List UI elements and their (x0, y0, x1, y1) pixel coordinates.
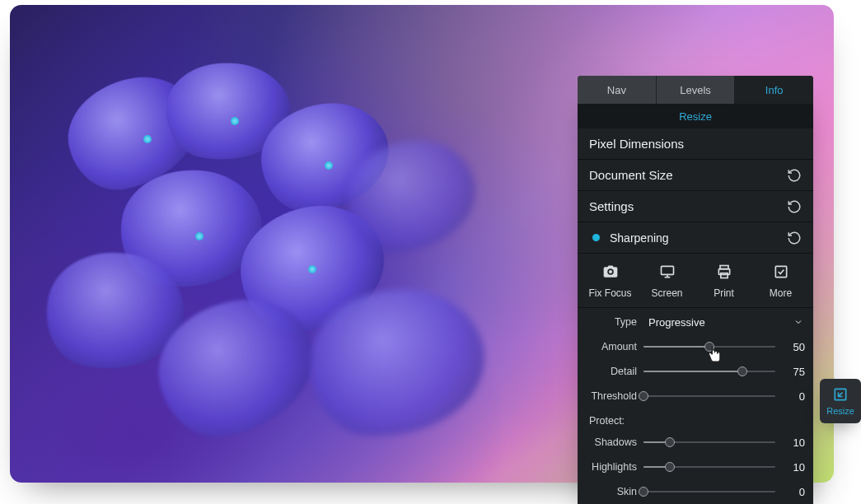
svg-rect-0 (661, 266, 673, 274)
camera-icon (601, 264, 620, 282)
preset-more[interactable]: More (753, 262, 808, 302)
tab-levels[interactable]: Levels (656, 76, 735, 104)
highlights-label: Highlights (586, 461, 637, 473)
section-settings[interactable]: Settings (578, 191, 813, 222)
threshold-slider[interactable] (643, 390, 775, 402)
dock-tab-label: Resize (826, 406, 854, 416)
svg-rect-6 (775, 266, 786, 277)
shadows-slider[interactable] (643, 436, 775, 448)
panel-tabs: Nav Levels Info (578, 76, 813, 104)
detail-label: Detail (586, 366, 637, 377)
section-label: Pixel Dimensions (589, 137, 684, 151)
reset-icon[interactable] (787, 231, 802, 245)
tab-nav[interactable]: Nav (578, 76, 656, 104)
preset-print[interactable]: Print (696, 262, 751, 302)
amount-slider[interactable] (643, 341, 775, 352)
highlights-slider[interactable] (643, 461, 775, 473)
mode-resize[interactable]: Resize (578, 104, 813, 128)
shadows-value: 10 (782, 436, 805, 449)
section-sharpening[interactable]: Sharpening (578, 222, 813, 254)
section-label: Settings (589, 199, 634, 213)
detail-value: 75 (782, 366, 805, 378)
section-document-size[interactable]: Document Size (578, 160, 813, 191)
protect-label: Protect: (586, 412, 805, 427)
resize-icon (832, 386, 849, 403)
tab-info[interactable]: Info (734, 76, 813, 104)
amount-label: Amount (586, 341, 637, 352)
amount-value: 50 (782, 341, 805, 353)
chevron-down-icon (793, 317, 803, 327)
detail-slider[interactable] (643, 366, 775, 377)
section-pixel-dimensions[interactable]: Pixel Dimensions (578, 128, 813, 160)
active-dot-icon (592, 234, 600, 241)
printer-icon (715, 264, 733, 282)
reset-icon[interactable] (787, 168, 802, 183)
skin-label: Skin (586, 486, 637, 497)
section-label: Sharpening (610, 231, 669, 245)
preset-label: Fix Focus (588, 287, 631, 299)
type-select[interactable]: Progressive (643, 314, 805, 330)
preset-fix-focus[interactable]: Fix Focus (583, 262, 638, 302)
preset-label: Print (714, 287, 734, 299)
shadows-label: Shadows (586, 436, 637, 448)
type-value: Progressive (648, 316, 705, 329)
skin-value: 0 (782, 486, 805, 498)
type-label: Type (586, 316, 637, 328)
highlights-value: 10 (782, 461, 805, 474)
preset-label: More (770, 287, 792, 299)
preset-screen[interactable]: Screen (639, 262, 695, 302)
preset-row: Fix Focus Screen Print More (578, 254, 813, 308)
monitor-icon (658, 264, 676, 282)
dock-tab-resize[interactable]: Resize (820, 379, 861, 423)
skin-slider[interactable] (643, 486, 775, 497)
properties-panel: Nav Levels Info Resize Pixel Dimensions … (578, 76, 813, 504)
threshold-value: 0 (782, 390, 805, 403)
threshold-label: Threshold (586, 390, 637, 402)
reset-icon[interactable] (787, 199, 802, 214)
preset-label: Screen (651, 287, 682, 299)
check-box-icon (772, 264, 790, 282)
section-label: Document Size (589, 168, 673, 182)
